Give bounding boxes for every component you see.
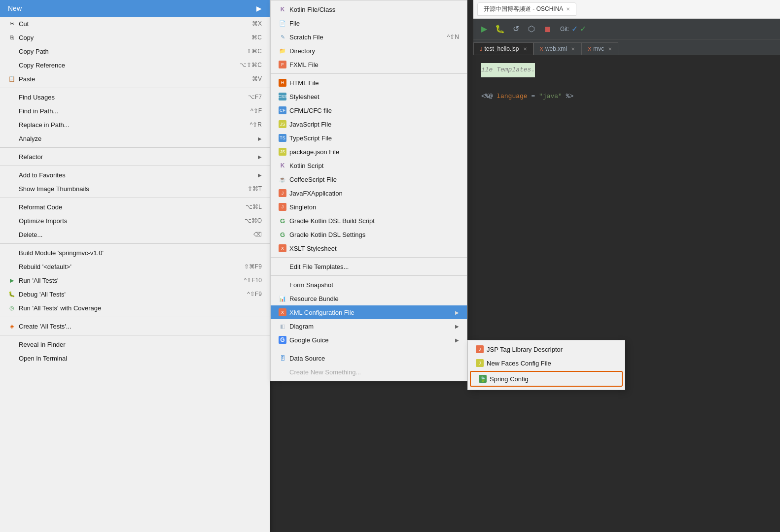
build-button[interactable]: 🐛 (493, 22, 507, 36)
ide-toolbar: ▶ 🐛 ↺ ⬡ ◼ Git: ✓ ✓ (473, 19, 780, 39)
google-guice-label: Google Guice (289, 336, 329, 344)
menu-item-run-coverage[interactable]: ◎ Run 'All Tests' with Coverage (0, 301, 270, 315)
menu-item-gradle-settings[interactable]: G Gradle Kotlin DSL Settings (271, 228, 467, 241)
optimize-icon (8, 217, 16, 225)
menu-item-paste[interactable]: 📋 Paste ⌘V (0, 72, 270, 86)
menu-item-edit-templates[interactable]: Edit File Templates... (271, 260, 467, 273)
git-check-green[interactable]: ✓ (580, 24, 586, 33)
menu-item-debug-tests[interactable]: 🐛 Debug 'All Tests' ^⇧F9 (0, 287, 270, 301)
coffeescript-icon: ☕ (279, 175, 286, 183)
open-terminal-icon (8, 354, 16, 362)
menu-item-replace-in-path[interactable]: Replace in Path... ^⇧R (0, 118, 270, 132)
menu-item-jsp-tag-lib[interactable]: J JSP Tag Library Descriptor (468, 342, 625, 356)
menu-item-google-guice[interactable]: G Google Guice ▶ (271, 333, 467, 347)
copy-ref-icon (8, 61, 16, 69)
typescript-label: TypeScript File (289, 134, 332, 142)
cut-shortcut: ⌘X (252, 20, 262, 27)
git-check-blue[interactable]: ✓ (571, 24, 578, 33)
html-label: HTML File (289, 79, 319, 87)
menu-item-open-terminal[interactable]: Open in Terminal (0, 351, 270, 365)
menu-item-singleton[interactable]: J Singleton (271, 200, 467, 214)
menu-item-show-thumbnails[interactable]: Show Image Thumbnails ⇧⌘T (0, 182, 270, 196)
menu-item-copy-path[interactable]: Copy Path ⇧⌘C (0, 44, 270, 58)
menu-item-directory[interactable]: 📁 Directory (271, 44, 467, 58)
tab-close-3[interactable]: ✕ (608, 46, 612, 52)
menu-item-javafx[interactable]: J JavaFXApplication (271, 186, 467, 200)
menu-item-copy[interactable]: ⎘ Copy ⌘C (0, 31, 270, 44)
thumbnails-shortcut: ⇧⌘T (248, 185, 262, 192)
menu-item-spring-config[interactable]: 🍃 Spring Config (470, 371, 623, 387)
menu-item-find-usages[interactable]: Find Usages ⌥F7 (0, 90, 270, 104)
menu-item-run-tests[interactable]: ▶ Run 'All Tests' ^⇧F10 (0, 273, 270, 287)
menu-item-new-faces-config[interactable]: J New Faces Config File (468, 356, 625, 370)
menu-item-rebuild[interactable]: Rebuild '<default>' ⇧⌘F9 (0, 260, 270, 273)
html-icon: H (279, 79, 286, 87)
file-label: File (289, 20, 300, 27)
menu-item-stylesheet[interactable]: CSS Stylesheet (271, 90, 467, 103)
menu-item-kotlin-script[interactable]: K Kotlin Script (271, 159, 467, 172)
tab-mvc[interactable]: X mvc ✕ (581, 42, 618, 55)
menu-item-cfml[interactable]: CF CFML/CFC file (271, 103, 467, 117)
copy-path-label: Copy Path (19, 48, 49, 55)
directory-icon: 📁 (279, 47, 286, 55)
menu-item-package-json[interactable]: JS package.json File (271, 145, 467, 159)
replace-path-icon (8, 121, 16, 129)
menu-item-delete[interactable]: Delete... ⌫ (0, 228, 270, 241)
tab-web-xml[interactable]: X web.xml ✕ (533, 42, 581, 55)
menu-item-scratch-file[interactable]: ✎ Scratch File ^⇧N (271, 30, 467, 44)
menu-item-reveal-finder[interactable]: Reveal in Finder (0, 337, 270, 351)
replace-path-shortcut: ^⇧R (250, 121, 262, 128)
browser-tab[interactable]: 开源中国博客频道 - OSCHINA ✕ (477, 2, 576, 16)
favorites-icon (8, 171, 16, 179)
gradle-settings-label: Gradle Kotlin DSL Settings (289, 231, 365, 238)
separator-7 (0, 335, 270, 335)
menu-item-kotlin-file[interactable]: K Kotlin File/Class (271, 2, 467, 16)
menu-item-form-snapshot[interactable]: Form Snapshot (271, 278, 467, 292)
reformat-icon (8, 203, 16, 211)
menu-item-xml-config[interactable]: X XML Configuration File ▶ (271, 305, 467, 319)
xml-config-arrow: ▶ (455, 310, 459, 315)
javafx-icon: J (279, 189, 286, 197)
favorites-label: Add to Favorites (19, 171, 66, 179)
menu-item-data-source[interactable]: 🗄 Data Source (271, 351, 467, 365)
menu-item-xslt[interactable]: X XSLT Stylesheet (271, 241, 467, 255)
menu-item-coffeescript[interactable]: ☕ CoffeeScript File (271, 172, 467, 186)
menu-item-optimize-imports[interactable]: Optimize Imports ⌥⌘O (0, 214, 270, 228)
menu-item-resource-bundle[interactable]: 📊 Resource Bundle (271, 292, 467, 305)
menu-item-html-file[interactable]: H HTML File (271, 76, 467, 90)
menu-item-cut[interactable]: ✂ Cut ⌘X (0, 17, 270, 31)
singleton-label: Singleton (289, 203, 316, 211)
search-button[interactable]: ⬡ (525, 22, 538, 36)
favorites-arrow: ▶ (258, 172, 262, 178)
menu-item-typescript[interactable]: TS TypeScript File (271, 131, 467, 145)
menu-item-javascript[interactable]: JS JavaScript File (271, 117, 467, 131)
paste-label: Paste (19, 75, 35, 83)
tab-test-hello-jsp[interactable]: J test_hello.jsp ✕ (473, 42, 533, 55)
menu-item-create-new[interactable]: Create New Something... (271, 365, 467, 379)
menu-item-create-tests[interactable]: ◈ Create 'All Tests'... (0, 319, 270, 333)
menu-item-copy-reference[interactable]: Copy Reference ⌥⇧⌘C (0, 58, 270, 72)
menu-item-fxml-file[interactable]: F FXML File (271, 58, 467, 71)
menu-item-file[interactable]: 📄 File (271, 16, 467, 30)
tab-close-2[interactable]: ✕ (571, 46, 575, 52)
delete-icon (8, 231, 16, 238)
menu-item-refactor[interactable]: Refactor ▶ (0, 150, 270, 164)
menu-item-add-favorites[interactable]: Add to Favorites ▶ (0, 168, 270, 182)
menu-item-find-in-path[interactable]: Find in Path... ^⇧F (0, 104, 270, 118)
menu-item-reformat[interactable]: Reformat Code ⌥⌘L (0, 200, 270, 214)
browser-tab-close[interactable]: ✕ (566, 6, 570, 12)
run-button[interactable]: ▶ (477, 22, 491, 36)
kotlin-script-icon: K (279, 162, 286, 169)
stop-button[interactable]: ◼ (540, 22, 554, 36)
menu-item-build-module[interactable]: Build Module 'springmvc-v1.0' (0, 246, 270, 260)
run-tests-label: Run 'All Tests' (19, 277, 59, 284)
xml-config-icon: X (279, 308, 286, 316)
tab-close-1[interactable]: ✕ (523, 46, 527, 52)
tab-label-3: mvc (593, 45, 604, 52)
menu-item-diagram[interactable]: ◧ Diagram ▶ (271, 319, 467, 333)
menu-item-gradle-build[interactable]: G Gradle Kotlin DSL Build Script (271, 214, 467, 228)
debug-tests-label: Debug 'All Tests' (19, 291, 66, 298)
reload-button[interactable]: ↺ (509, 22, 523, 36)
copy-path-shortcut: ⇧⌘C (247, 48, 262, 55)
menu-item-analyze[interactable]: Analyze ▶ (0, 132, 270, 145)
